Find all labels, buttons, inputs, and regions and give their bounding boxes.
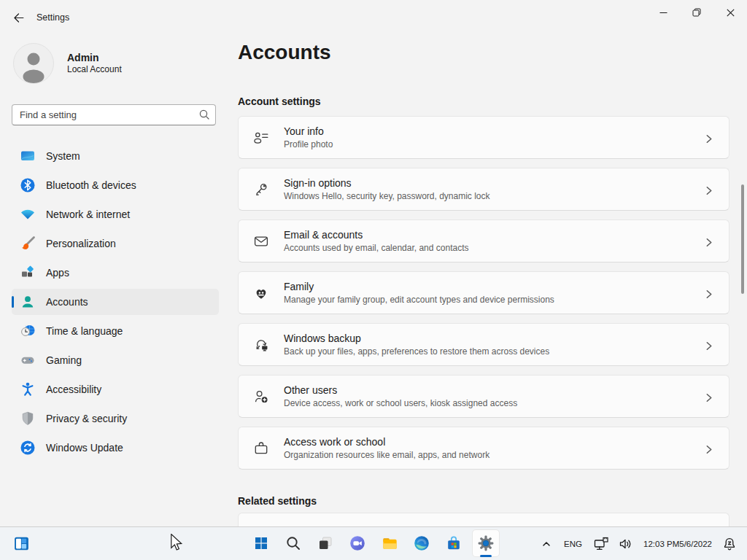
widgets-icon — [12, 534, 31, 553]
tray-language-button[interactable]: ENG — [560, 530, 587, 558]
sidebar-item-bluetooth-devices[interactable]: Bluetooth & devices — [12, 172, 219, 198]
microsoft-store-button[interactable] — [440, 529, 468, 557]
restore-button[interactable] — [680, 0, 713, 25]
file-explorer-icon — [381, 534, 399, 553]
sidebar-item-label: Accounts — [46, 296, 88, 308]
sidebar-item-gaming[interactable]: Gaming — [12, 347, 219, 373]
card-text: Other users Device access, work or schoo… — [284, 384, 517, 409]
card-subtitle: Manage your family group, edit account t… — [284, 295, 554, 306]
sidebar-item-accounts[interactable]: Accounts — [12, 289, 219, 315]
card-subtitle: Device access, work or school users, kio… — [284, 398, 517, 409]
file-explorer-button[interactable] — [376, 529, 403, 557]
profile-name: Admin — [67, 52, 122, 64]
widgets-button[interactable] — [7, 529, 35, 557]
sidebar-item-network-internet[interactable]: Network & internet — [12, 201, 219, 228]
card-title: Windows backup — [284, 332, 549, 345]
page-title: Accounts — [238, 41, 331, 64]
network-ethernet-icon — [593, 536, 609, 552]
accessibility-icon — [19, 381, 36, 398]
sidebar-item-system[interactable]: System — [12, 143, 219, 169]
edge-button[interactable] — [408, 529, 436, 557]
sidebar-item-personalization[interactable]: Personalization — [12, 230, 219, 257]
backup-sync-icon — [252, 336, 270, 354]
task-view-icon — [317, 534, 334, 552]
network-wifi-icon — [19, 206, 36, 223]
back-button[interactable] — [8, 8, 28, 27]
settings-gear-icon — [476, 534, 495, 553]
chevron-right-icon — [704, 289, 713, 302]
taskbar-search-button[interactable] — [279, 529, 307, 557]
card-windows-backup[interactable]: Windows backup Back up your files, apps,… — [238, 323, 729, 366]
user-profile[interactable]: Admin Local Account — [13, 43, 122, 84]
chat-button[interactable] — [344, 529, 371, 557]
card-text: Your info Profile photo — [284, 125, 333, 150]
accounts-person-icon — [19, 293, 36, 311]
scrollbar-thumb[interactable] — [741, 184, 744, 294]
tray-volume-button[interactable] — [616, 530, 636, 558]
card-other-users[interactable]: Other users Device access, work or schoo… — [238, 375, 729, 418]
sidebar-item-label: Accessibility — [46, 384, 101, 395]
card-family[interactable]: Family Manage your family group, edit ac… — [238, 271, 729, 314]
tray-date: 5/6/2022 — [679, 539, 712, 549]
settings-app-button[interactable] — [472, 529, 500, 557]
card-email-accounts[interactable]: Email & accounts Accounts used by email,… — [238, 219, 729, 262]
task-view-button[interactable] — [311, 529, 339, 557]
sidebar-item-apps[interactable]: Apps — [12, 260, 219, 286]
card-text: Family Manage your family group, edit ac… — [284, 281, 554, 306]
card-subtitle: Windows Hello, security key, password, d… — [284, 191, 490, 202]
sidebar-item-privacy-security[interactable]: Privacy & security — [12, 405, 219, 432]
card-title: Other users — [284, 384, 517, 397]
profile-text: Admin Local Account — [67, 52, 122, 75]
sidebar-nav: System Bluetooth & devices Network & int… — [12, 143, 219, 464]
sidebar-item-time-language[interactable]: Time & language — [12, 318, 219, 344]
sidebar-item-label: System — [46, 150, 80, 162]
sidebar-item-label: Apps — [46, 267, 69, 279]
sidebar-item-label: Gaming — [46, 354, 82, 366]
close-button[interactable] — [713, 0, 747, 25]
tray-network-button[interactable] — [591, 530, 611, 558]
related-settings-card-partial[interactable] — [238, 513, 729, 526]
card-text: Windows backup Back up your files, apps,… — [284, 332, 549, 357]
chevron-right-icon — [704, 237, 713, 250]
search-input[interactable] — [12, 104, 216, 125]
chevron-right-icon — [704, 392, 713, 405]
card-text: Sign-in options Windows Hello, security … — [284, 177, 490, 202]
system-icon — [19, 147, 36, 165]
tray-time: 12:03 PM — [643, 539, 679, 549]
sidebar-item-label: Bluetooth & devices — [46, 179, 136, 191]
card-your-info[interactable]: Your info Profile photo — [238, 116, 729, 159]
card-text: Access work or school Organization resou… — [284, 436, 489, 461]
key-icon — [252, 181, 270, 198]
restore-icon — [692, 8, 701, 17]
edge-browser-icon — [413, 534, 430, 552]
tray-chevron-up-button[interactable] — [538, 530, 555, 558]
card-title: Email & accounts — [284, 229, 468, 241]
taskbar: ENG 12:03 PM 5/6/2022 — [0, 526, 747, 560]
add-user-icon — [252, 388, 270, 405]
window-title: Settings — [36, 12, 69, 23]
minimize-button[interactable] — [646, 0, 680, 25]
search-box — [12, 104, 216, 125]
tray-clock-button[interactable]: 12:03 PM 5/6/2022 — [640, 530, 715, 558]
gaming-gamepad-icon — [19, 351, 36, 369]
card-access-work-or-school[interactable]: Access work or school Organization resou… — [238, 427, 729, 470]
tray-notifications-button[interactable] — [719, 530, 740, 558]
mail-icon — [252, 233, 270, 250]
card-subtitle: Back up your files, apps, preferences to… — [284, 346, 549, 357]
windows-start-icon — [252, 534, 270, 552]
chevron-right-icon — [704, 185, 713, 198]
sidebar-item-windows-update[interactable]: Windows Update — [12, 435, 219, 461]
family-heart-icon — [252, 284, 270, 302]
sidebar-item-accessibility[interactable]: Accessibility — [12, 376, 219, 402]
card-sign-in-options[interactable]: Sign-in options Windows Hello, security … — [238, 168, 729, 211]
start-button[interactable] — [247, 529, 275, 557]
chevron-right-icon — [704, 133, 713, 147]
search-icon — [285, 534, 302, 552]
card-subtitle: Accounts used by email, calendar, and co… — [284, 243, 468, 254]
card-title: Sign-in options — [284, 177, 490, 190]
windows-update-icon — [19, 439, 36, 456]
card-subtitle: Organization resources like email, apps,… — [284, 450, 489, 461]
card-title: Access work or school — [284, 436, 489, 448]
avatar — [13, 43, 54, 84]
sidebar-item-label: Personalization — [46, 238, 116, 249]
